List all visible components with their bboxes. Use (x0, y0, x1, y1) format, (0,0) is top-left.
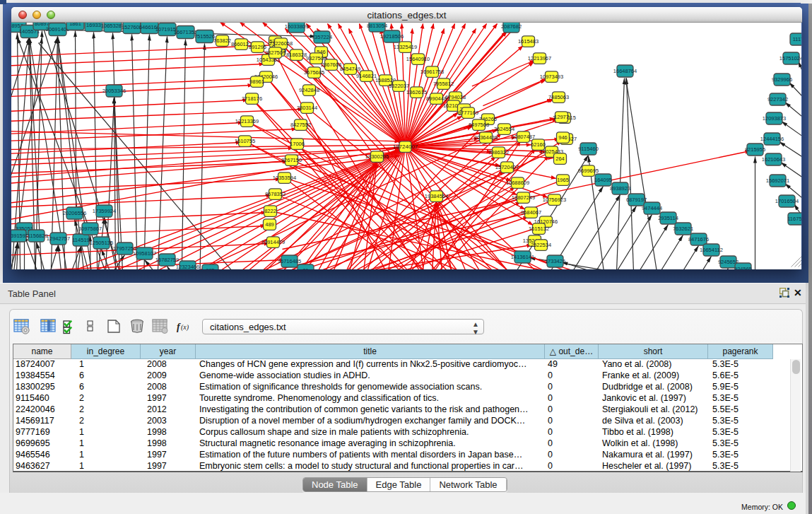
svg-text:8215955: 8215955 (745, 146, 765, 153)
svg-text:13353594: 13353594 (273, 175, 296, 181)
svg-text:9146821: 9146821 (356, 73, 377, 79)
svg-text:7357224: 7357224 (312, 34, 332, 40)
svg-text:2522534: 2522534 (531, 242, 551, 248)
svg-text:9474444: 9474444 (642, 205, 662, 211)
svg-text:18807249: 18807249 (512, 194, 535, 201)
svg-text:2803144: 2803144 (297, 105, 317, 111)
svg-text:7485063: 7485063 (548, 94, 569, 100)
svg-text:8678352: 8678352 (265, 191, 286, 197)
svg-text:20053346: 20053346 (102, 88, 126, 94)
svg-text:10654112: 10654112 (700, 247, 723, 253)
svg-text:16033809: 16033809 (285, 23, 308, 30)
svg-text:2718176: 2718176 (242, 95, 262, 102)
svg-text:17016504: 17016504 (775, 198, 799, 204)
svg-text:16961758: 16961758 (420, 69, 444, 75)
svg-text:20206556: 20206556 (63, 210, 86, 216)
svg-text:264: 264 (555, 156, 565, 162)
svg-text:(x): (x) (181, 323, 189, 332)
svg-text:1615483: 1615483 (518, 38, 539, 45)
svg-text:8813054: 8813054 (367, 23, 387, 29)
svg-text:12213369: 12213369 (235, 118, 259, 124)
svg-text:7986322: 7986322 (488, 149, 509, 156)
svg-text:20691406: 20691406 (46, 26, 69, 33)
svg-text:995: 995 (206, 267, 215, 269)
svg-text:18724007: 18724007 (393, 144, 418, 150)
svg-text:2935114: 2935114 (658, 215, 678, 221)
svg-text:1615132: 1615132 (529, 226, 549, 232)
svg-text:16210643: 16210643 (762, 156, 785, 163)
svg-text:6497568: 6497568 (469, 122, 489, 128)
svg-text:10756923: 10756923 (543, 197, 566, 203)
svg-text:9115460: 9115460 (578, 146, 599, 152)
svg-text:8454749: 8454749 (340, 66, 360, 72)
svg-text:1733426: 1733426 (545, 258, 565, 264)
svg-text:12942757: 12942757 (47, 235, 70, 242)
svg-text:114519: 114519 (72, 237, 89, 243)
svg-text:19218506: 19218506 (380, 33, 404, 40)
svg-text:7515526: 7515526 (194, 33, 215, 40)
svg-text:9699695: 9699695 (578, 168, 599, 174)
svg-text:9329966: 9329966 (772, 76, 792, 83)
svg-text:10807487: 10807487 (512, 134, 535, 140)
svg-text:12977: 12977 (554, 114, 569, 120)
svg-text:3675685: 3675685 (304, 69, 324, 76)
svg-text:30975867: 30975867 (78, 226, 102, 232)
svg-text:19384554: 19384554 (425, 193, 448, 199)
svg-text:12323466: 12323466 (176, 264, 199, 269)
svg-text:9227342: 9227342 (767, 96, 788, 103)
svg-text:13325419: 13325419 (394, 44, 417, 50)
svg-text:12213967: 12213967 (528, 55, 551, 62)
svg-text:15640910: 15640910 (406, 56, 430, 62)
svg-text:763822: 763822 (213, 37, 231, 44)
svg-text:489: 489 (265, 221, 274, 228)
svg-text:17359924: 17359924 (93, 208, 116, 214)
svg-text:1117: 1117 (793, 36, 801, 42)
svg-text:16914479: 16914479 (261, 239, 285, 245)
svg-text:8222: 8222 (264, 208, 276, 214)
svg-text:7955812: 7955812 (433, 81, 454, 87)
svg-text:12505135: 12505135 (90, 240, 113, 246)
svg-text:891295: 891295 (249, 44, 266, 50)
svg-text:11156829: 11156829 (25, 233, 47, 239)
svg-text:39159: 39159 (11, 233, 25, 239)
svg-text:946: 946 (558, 134, 567, 141)
svg-text:16648764: 16648764 (613, 68, 637, 74)
svg-text:10958107: 10958107 (133, 250, 156, 257)
svg-text:10688609: 10688609 (506, 180, 529, 186)
svg-text:10973493: 10973493 (540, 74, 563, 80)
svg-text:6879197: 6879197 (626, 197, 647, 203)
svg-text:8471676: 8471676 (688, 236, 709, 243)
svg-text:9327508: 9327508 (306, 55, 326, 62)
svg-text:8990448: 8990448 (426, 95, 447, 102)
svg-text:15692071: 15692071 (766, 177, 789, 184)
svg-text:5322037: 5322037 (389, 83, 409, 89)
svg-text:9777169: 9777169 (458, 110, 478, 116)
svg-text:20364436: 20364436 (474, 134, 498, 141)
svg-text:8267150: 8267150 (281, 157, 302, 163)
svg-text:98961: 98961 (249, 78, 264, 85)
svg-text:12444156: 12444156 (760, 136, 784, 142)
svg-text:81: 81 (302, 267, 308, 269)
svg-text:15716485: 15716485 (278, 258, 301, 264)
svg-text:23226058: 23226058 (269, 40, 293, 47)
svg-text:16782759: 16782759 (155, 257, 179, 263)
svg-text:8938923: 8938923 (610, 185, 630, 192)
svg-text:15720407: 15720407 (495, 164, 519, 170)
svg-text:17006: 17006 (290, 141, 305, 147)
svg-text:164095: 164095 (594, 177, 612, 183)
svg-text:8186328: 8186328 (286, 52, 307, 58)
svg-text:924565: 924565 (734, 266, 752, 269)
svg-text:7632621: 7632621 (673, 226, 693, 232)
svg-text:1610755: 1610755 (235, 138, 255, 144)
svg-text:6794028: 6794028 (445, 94, 466, 100)
svg-text:8427552: 8427552 (290, 122, 311, 128)
svg-text:9684067: 9684067 (521, 209, 541, 216)
svg-text:62160: 62160 (531, 141, 546, 148)
svg-text:2087682: 2087682 (501, 23, 522, 30)
svg-text:9827509: 9827509 (265, 49, 286, 56)
svg-text:18300295: 18300295 (365, 153, 389, 160)
svg-text:9242848: 9242848 (299, 87, 319, 93)
svg-text:116753: 116753 (787, 216, 801, 222)
svg-text:15751024: 15751024 (779, 55, 801, 62)
svg-text:1861: 1861 (69, 23, 81, 27)
